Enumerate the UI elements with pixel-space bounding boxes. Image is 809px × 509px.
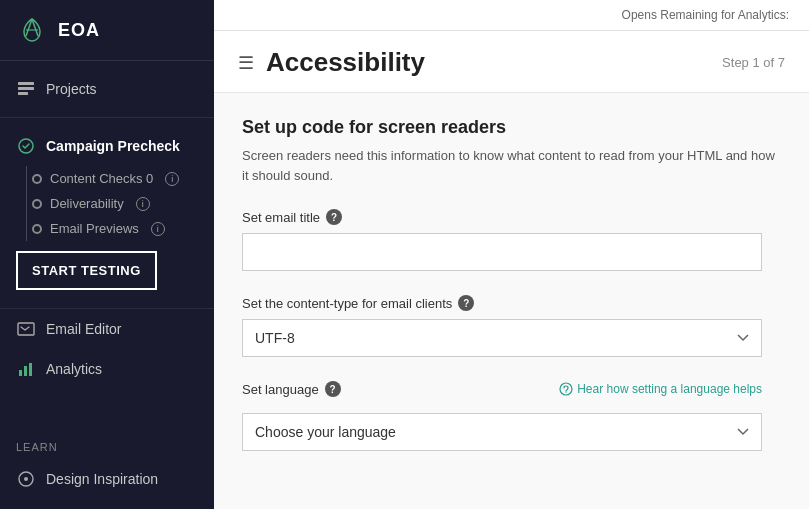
lightbulb-icon bbox=[559, 382, 573, 396]
language-help-icon[interactable]: ? bbox=[325, 381, 341, 397]
email-title-input[interactable] bbox=[242, 233, 762, 271]
email-title-help-icon[interactable]: ? bbox=[326, 209, 342, 225]
section-title: Set up code for screen readers bbox=[242, 117, 781, 138]
campaign-precheck-icon bbox=[16, 136, 36, 156]
campaign-precheck-label: Campaign Precheck bbox=[46, 138, 180, 154]
content-type-label: Set the content-type for email clients ? bbox=[242, 295, 781, 311]
email-title-label: Set email title ? bbox=[242, 209, 781, 225]
email-title-field-group: Set email title ? bbox=[242, 209, 781, 271]
design-inspiration-label: Design Inspiration bbox=[46, 471, 158, 487]
language-select[interactable]: Choose your language English (US) Englis… bbox=[242, 413, 762, 451]
precheck-subitems-wrapper: Content Checks 0 i Deliverability i Emai… bbox=[0, 166, 214, 241]
campaign-precheck-section: Campaign Precheck Content Checks 0 i Del… bbox=[0, 118, 214, 309]
content-type-field-group: Set the content-type for email clients ?… bbox=[242, 295, 781, 357]
info-icon-email-previews[interactable]: i bbox=[151, 222, 165, 236]
content-area: Set up code for screen readers Screen re… bbox=[214, 93, 809, 499]
step-indicator: Step 1 of 7 bbox=[722, 55, 785, 70]
email-title-label-text: Set email title bbox=[242, 210, 320, 225]
sidebar-item-analytics[interactable]: Analytics bbox=[0, 349, 214, 389]
analytics-label: Analytics bbox=[46, 361, 102, 377]
main-content: Opens Remaining for Analytics: ☰ Accessi… bbox=[214, 0, 809, 509]
sidebar-item-design-inspiration[interactable]: Design Inspiration bbox=[0, 459, 214, 499]
svg-rect-9 bbox=[24, 366, 27, 376]
logo-icon bbox=[16, 14, 48, 46]
subitem-content-checks[interactable]: Content Checks 0 i bbox=[16, 166, 214, 191]
svg-rect-3 bbox=[18, 82, 34, 85]
campaign-precheck-header[interactable]: Campaign Precheck bbox=[0, 126, 214, 166]
svg-point-12 bbox=[24, 477, 28, 481]
start-testing-button[interactable]: START TESTING bbox=[16, 251, 157, 290]
dot-icon-email-previews bbox=[32, 224, 42, 234]
projects-label: Projects bbox=[46, 81, 97, 97]
subitem-deliverability[interactable]: Deliverability i bbox=[16, 191, 214, 216]
svg-point-14 bbox=[566, 391, 567, 392]
dot-icon-content-checks bbox=[32, 174, 42, 184]
email-editor-label: Email Editor bbox=[46, 321, 121, 337]
sidebar-bottom: LEARN Design Inspiration bbox=[0, 425, 214, 509]
content-type-label-text: Set the content-type for email clients bbox=[242, 296, 452, 311]
email-editor-icon bbox=[16, 319, 36, 339]
content-checks-label: Content Checks 0 bbox=[50, 171, 153, 186]
learn-label: LEARN bbox=[0, 435, 214, 459]
svg-rect-10 bbox=[29, 363, 32, 376]
email-previews-label: Email Previews bbox=[50, 221, 139, 236]
analytics-icon bbox=[16, 359, 36, 379]
hamburger-icon[interactable]: ☰ bbox=[238, 52, 254, 74]
hear-language-link[interactable]: Hear how setting a language helps bbox=[559, 382, 762, 396]
language-label-text: Set language bbox=[242, 382, 319, 397]
sidebar: EOA Projects Campaign Precheck bbox=[0, 0, 214, 509]
subitem-email-previews[interactable]: Email Previews i bbox=[16, 216, 214, 241]
section-desc: Screen readers need this information to … bbox=[242, 146, 781, 185]
page-header-left: ☰ Accessibility bbox=[238, 47, 425, 78]
hear-language-text: Hear how setting a language helps bbox=[577, 382, 762, 396]
info-icon-content-checks[interactable]: i bbox=[165, 172, 179, 186]
top-bar-text: Opens Remaining for Analytics: bbox=[622, 8, 789, 22]
sidebar-header: EOA bbox=[0, 0, 214, 61]
projects-icon bbox=[16, 79, 36, 99]
sidebar-item-email-editor[interactable]: Email Editor bbox=[0, 309, 214, 349]
projects-section: Projects bbox=[0, 61, 214, 118]
language-field-group: Set language ? Hear how setting a langua… bbox=[242, 381, 781, 451]
content-type-select[interactable]: UTF-8 ISO-8859-1 US-ASCII bbox=[242, 319, 762, 357]
content-type-help-icon[interactable]: ? bbox=[458, 295, 474, 311]
brand-label: EOA bbox=[58, 20, 100, 41]
svg-rect-5 bbox=[18, 92, 28, 95]
page-title: Accessibility bbox=[266, 47, 425, 78]
svg-rect-4 bbox=[18, 87, 34, 90]
language-label: Set language ? bbox=[242, 381, 341, 397]
svg-rect-8 bbox=[19, 370, 22, 376]
language-field-row: Set language ? Hear how setting a langua… bbox=[242, 381, 762, 397]
top-bar: Opens Remaining for Analytics: bbox=[214, 0, 809, 31]
info-icon-deliverability[interactable]: i bbox=[136, 197, 150, 211]
svg-point-13 bbox=[560, 383, 572, 395]
dot-icon-deliverability bbox=[32, 199, 42, 209]
design-inspiration-icon bbox=[16, 469, 36, 489]
deliverability-label: Deliverability bbox=[50, 196, 124, 211]
sidebar-item-projects[interactable]: Projects bbox=[0, 69, 214, 109]
page-header: ☰ Accessibility Step 1 of 7 bbox=[214, 31, 809, 93]
